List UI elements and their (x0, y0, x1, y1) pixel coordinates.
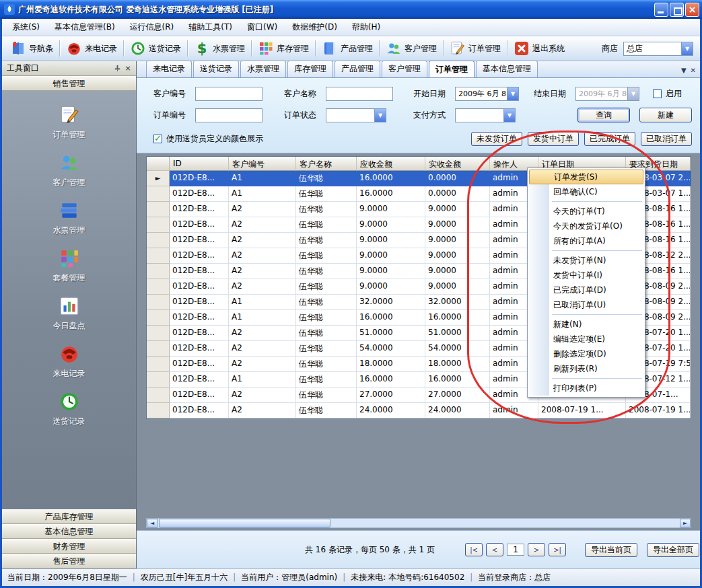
row-selector[interactable]: ► (147, 202, 170, 217)
query-button[interactable]: 查询 (577, 108, 630, 122)
menu-item[interactable]: 数据维护(D) (285, 19, 345, 36)
context-menu-item[interactable]: 所有的订单(A) (528, 233, 645, 248)
last-page-button[interactable]: >| (549, 543, 566, 556)
order-status-filter-button[interactable]: 发货中订单 (528, 132, 579, 146)
row-selector[interactable]: ► (147, 186, 170, 202)
column-header[interactable]: 应收金额 (357, 157, 425, 171)
tab[interactable]: 送货记录 (193, 61, 239, 77)
toolbar-button-ticket[interactable]: $ 水票管理 (190, 38, 249, 59)
row-selector[interactable]: ► (147, 372, 170, 388)
sidebar-section[interactable]: 财务管理 (2, 539, 136, 554)
tab[interactable]: 产品管理 (335, 61, 380, 77)
scroll-right-icon[interactable]: ► (680, 519, 691, 527)
context-menu-item[interactable]: 新建(N) (528, 317, 645, 332)
chevron-down-icon[interactable] (507, 87, 518, 100)
toolbar-button-inventory[interactable]: 库存管理 (254, 38, 313, 59)
context-menu-item[interactable] (528, 376, 645, 381)
sidebar-item-order[interactable]: 订单管理 (2, 99, 136, 147)
row-selector[interactable]: ► (147, 388, 170, 403)
row-selector[interactable]: ► (147, 171, 170, 186)
close-button[interactable]: × (685, 3, 699, 17)
order-status-filter-button[interactable]: 已取消订单 (641, 132, 692, 146)
end-date-picker[interactable]: 2009年 6月 8日 (575, 87, 639, 101)
toolbar-button-nav[interactable]: 导航条 (6, 38, 57, 59)
menu-item[interactable]: 运行信息(R) (122, 19, 182, 36)
sidebar-item-call-log[interactable]: 来电记录 (2, 338, 136, 385)
sidebar-section-sales[interactable]: 销售管理 (2, 76, 136, 91)
sidebar-section[interactable]: 产品库存管理 (2, 509, 136, 524)
menu-item[interactable]: 窗口(W) (240, 19, 285, 36)
menu-item[interactable]: 辅助工具(T) (181, 19, 240, 36)
tab[interactable]: 来电记录 (146, 61, 192, 77)
context-menu-item[interactable]: 今天的发货订单(O) (528, 219, 645, 233)
toolbar-button-call-log[interactable]: 来电记录 (62, 38, 121, 59)
sidebar-item-delivery-log[interactable]: 送货记录 (2, 385, 136, 433)
scrollbar-thumb[interactable] (159, 519, 330, 527)
row-selector[interactable]: ► (147, 341, 170, 357)
sidebar-item-customer[interactable]: 客户管理 (2, 147, 136, 194)
pin-icon[interactable] (112, 63, 122, 74)
context-menu-item[interactable]: 刷新列表(R) (528, 361, 645, 376)
scroll-left-icon[interactable]: ◄ (147, 519, 157, 527)
order-status-filter-button[interactable]: 未发货订单 (471, 132, 522, 146)
close-icon[interactable]: ✕ (691, 67, 696, 74)
column-header[interactable]: 客户名称 (296, 157, 357, 171)
toolbar-button-product[interactable]: 产品管理 (318, 38, 377, 59)
tab[interactable]: 客户管理 (382, 61, 427, 77)
tab[interactable]: 库存管理 (287, 61, 333, 77)
prev-page-button[interactable]: < (486, 543, 503, 556)
tab[interactable]: 水票管理 (240, 61, 286, 77)
chevron-down-icon[interactable]: ▼ (681, 67, 687, 74)
menu-item[interactable]: 基本信息管理(B) (47, 19, 122, 36)
export-current-page-button[interactable]: 导出当前页 (585, 543, 637, 557)
sidebar-section[interactable]: 基本信息管理 (2, 524, 136, 539)
row-selector[interactable]: ► (147, 217, 170, 233)
context-menu-item[interactable] (528, 312, 645, 317)
start-date-picker[interactable]: 2009年 6月 8日 (455, 87, 519, 101)
context-menu-item[interactable]: 回单确认(C) (528, 184, 645, 199)
tab[interactable]: 订单管理 (429, 61, 475, 77)
page-number-input[interactable] (507, 544, 524, 556)
chevron-down-icon[interactable] (681, 42, 693, 55)
row-selector[interactable]: ► (147, 233, 170, 248)
toolbar-button-exit[interactable]: 退出系统 (510, 38, 569, 59)
context-menu-item[interactable] (528, 199, 645, 204)
close-icon[interactable]: × (122, 63, 133, 74)
context-menu-item[interactable]: 发货中订单(I) (528, 268, 645, 283)
context-menu-item[interactable]: 编辑选定项(E) (528, 332, 645, 346)
chevron-down-icon[interactable] (374, 109, 386, 122)
menu-item[interactable]: 帮助(H) (345, 19, 388, 36)
order-code-input[interactable] (195, 108, 262, 122)
row-selector[interactable]: ► (147, 357, 170, 372)
table-row[interactable]: ► 012D-E8... A2 伍华聪 24.0000 24.0000 admi… (147, 403, 691, 418)
customer-code-input[interactable] (195, 87, 262, 101)
context-menu-item[interactable]: 订单发货(S) (529, 170, 643, 184)
row-selector[interactable]: ► (147, 403, 170, 418)
column-header[interactable]: ID (170, 157, 229, 171)
chevron-down-icon[interactable] (503, 109, 515, 122)
context-menu-item[interactable]: 已取消订单(U) (528, 297, 645, 312)
sidebar-item-daily-check[interactable]: 今日盘点 (2, 290, 136, 338)
context-menu-item[interactable] (528, 248, 645, 253)
toolbar-button-order[interactable]: 订单管理 (446, 38, 505, 59)
row-selector[interactable]: ► (147, 279, 170, 295)
row-selector[interactable]: ► (147, 295, 170, 310)
color-display-checkbox[interactable] (153, 135, 162, 143)
sidebar-item-ticket[interactable]: 水票管理 (2, 194, 136, 242)
column-header[interactable]: 实收金额 (425, 157, 490, 171)
horizontal-scrollbar[interactable]: ◄ ► (146, 518, 691, 528)
shop-select[interactable]: 总店 (623, 42, 693, 56)
row-selector[interactable]: ► (147, 248, 170, 264)
sidebar-section[interactable]: 售后管理 (2, 554, 136, 568)
first-page-button[interactable]: |< (465, 543, 483, 556)
context-menu-item[interactable]: 未发货订单(N) (528, 253, 645, 268)
export-all-pages-button[interactable]: 导出全部页 (647, 543, 699, 557)
row-selector[interactable]: ► (147, 310, 170, 326)
toolbar-button-customer[interactable]: 客户管理 (382, 38, 441, 59)
order-status-filter-button[interactable]: 已完成订单 (584, 132, 635, 146)
context-menu-item[interactable]: 删除选定项(D) (528, 346, 645, 361)
context-menu-item[interactable]: 打印列表(P) (528, 381, 645, 396)
next-page-button[interactable]: > (528, 543, 545, 556)
context-menu-item[interactable]: 今天的订单(T) (528, 204, 645, 219)
toolbar-button-delivery-log[interactable]: 送货记录 (126, 38, 185, 59)
